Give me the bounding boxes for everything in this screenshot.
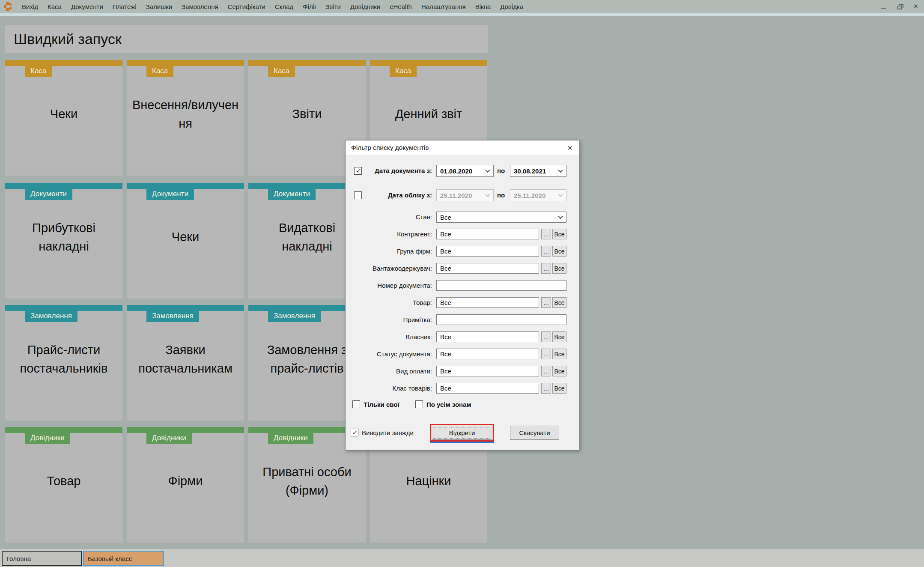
open-button[interactable]: Відкрити (432, 426, 492, 440)
menu-item-warehouse[interactable]: Склад (270, 0, 298, 13)
doc-status-field[interactable]: Все (436, 349, 539, 359)
minimize-icon[interactable] (879, 3, 887, 10)
tile-zam-price-lists[interactable]: Замовлення Прайс-листи постачальників (5, 305, 122, 421)
date-accounting-label: Дата обліку з: (346, 189, 432, 201)
only-own-checkbox[interactable] (352, 400, 360, 408)
doc-status-label: Статус документа: (346, 349, 432, 359)
date-to-word: по (495, 189, 507, 201)
kontragent-browse-button[interactable]: … (541, 229, 551, 239)
tile-dov-firmy[interactable]: Довідники Фірми (127, 427, 244, 543)
tile-kasa-vnesennia[interactable]: Каса Внесення/вилучення (127, 60, 244, 176)
owner-label: Власник: (346, 331, 432, 342)
tile-kasa-cheky[interactable]: Каса Чеки (5, 60, 122, 176)
dialog-close-icon[interactable]: × (564, 142, 575, 153)
kontragent-label: Контрагент: (346, 229, 432, 239)
menu-item-branches[interactable]: Філії (298, 0, 321, 13)
tile-title: Заявки постачальникам (131, 313, 240, 405)
date-accounting-to-combo: 25.11.2020 (510, 189, 566, 201)
tovar-all-button[interactable]: Все (552, 297, 566, 308)
firm-group-label: Група фірм: (346, 246, 432, 257)
dialog-title: Фільтр списку документів (346, 140, 579, 155)
menu-item-orders[interactable]: Замовлення (177, 0, 223, 13)
stan-combo[interactable]: Все (436, 212, 566, 223)
category-bar (5, 427, 122, 433)
tovar-label: Товар: (346, 297, 432, 308)
menu-item-help[interactable]: Довідка (495, 0, 528, 13)
menu-item-windows[interactable]: Вікна (471, 0, 496, 13)
consignee-field[interactable]: Все (436, 263, 539, 274)
goods-class-browse-button[interactable]: … (541, 383, 551, 394)
chevron-down-icon (485, 192, 490, 197)
date-document-from-combo[interactable]: 01.08.2020 (436, 165, 494, 177)
tile-title: Товар (9, 436, 118, 527)
goods-class-field[interactable]: Все (436, 383, 539, 394)
chevron-down-icon (558, 192, 563, 197)
tile-zam-zaiavky[interactable]: Замовлення Заявки постачальникам (127, 305, 244, 421)
payment-type-field[interactable]: Все (436, 366, 539, 376)
consignee-label: Вантажоодержувач: (346, 263, 432, 274)
tovar-browse-button[interactable]: … (541, 297, 551, 308)
doc-status-browse-button[interactable]: … (541, 349, 551, 359)
firm-group-field[interactable]: Все (436, 246, 539, 257)
payment-type-browse-button[interactable]: … (541, 366, 551, 376)
stan-label: Стан: (346, 212, 432, 223)
tile-title: Прибуткові накладні (9, 191, 118, 283)
tile-dov-tovar[interactable]: Довідники Товар (5, 427, 122, 543)
tile-doc-cheky[interactable]: Документи Чеки (127, 183, 244, 298)
tile-title: Чеки (9, 69, 118, 160)
consignee-browse-button[interactable]: … (541, 263, 551, 274)
dialog-divider (346, 419, 579, 419)
payment-type-label: Вид оплати: (346, 366, 432, 376)
date-document-to-combo[interactable]: 30.08.2021 (510, 165, 566, 177)
menu-item-directories[interactable]: Довідники (346, 0, 385, 13)
always-show-checkbox[interactable]: ✓ (351, 429, 358, 436)
tovar-field[interactable]: Все (436, 297, 539, 308)
close-icon[interactable]: × (912, 3, 920, 10)
menu-item-kasa[interactable]: Каса (43, 0, 66, 13)
date-from-value: 25.11.2020 (440, 192, 472, 199)
statusbar-tab-holovna[interactable]: Головна (2, 551, 82, 566)
app-window: Вихід Каса Документи Платежі Залишки Зам… (0, 0, 924, 567)
owner-field[interactable]: Все (436, 331, 539, 342)
kontragent-field[interactable]: Все (436, 229, 539, 239)
category-bar (248, 60, 366, 66)
menu-item-settings[interactable]: Налаштування (417, 0, 471, 13)
cancel-button[interactable]: Скасувати (510, 426, 559, 440)
doc-number-label: Номер документа: (346, 280, 432, 291)
owner-browse-button[interactable]: … (541, 331, 551, 342)
date-accounting-from-combo: 25.11.2020 (436, 189, 494, 201)
category-bar (127, 427, 244, 433)
goods-class-label: Клас товарів: (346, 383, 432, 394)
statusbar-tab-bazovyi-klass[interactable]: Базовый класс (83, 551, 164, 566)
doc-number-field[interactable] (436, 280, 566, 291)
consignee-all-button[interactable]: Все (552, 263, 566, 274)
firm-group-all-button[interactable]: Все (552, 246, 566, 257)
tile-title: Фірми (131, 436, 240, 527)
date-to-value: 25.11.2020 (514, 192, 545, 199)
menu-item-reports[interactable]: Звіти (321, 0, 346, 13)
kontragent-all-button[interactable]: Все (552, 229, 566, 239)
firm-group-browse-button[interactable]: … (541, 246, 551, 257)
menu-item-documents[interactable]: Документи (66, 0, 108, 13)
restore-icon[interactable] (896, 3, 903, 10)
all-zones-checkbox[interactable] (415, 400, 423, 408)
menu-item-certificates[interactable]: Сертифікати (223, 0, 270, 13)
owner-all-button[interactable]: Все (552, 331, 566, 342)
tile-doc-prybutkovi-nakladni[interactable]: Документи Прибуткові накладні (5, 183, 122, 298)
note-field[interactable] (436, 314, 566, 325)
menu-item-payments[interactable]: Платежі (108, 0, 141, 13)
menu-item-exit[interactable]: Вихід (17, 0, 43, 13)
goods-class-all-button[interactable]: Все (552, 383, 566, 394)
payment-type-all-button[interactable]: Все (552, 366, 566, 376)
menu-item-ehealth[interactable]: eHealth (385, 0, 417, 13)
always-show-label: Виводити завжди (362, 426, 414, 440)
chevron-down-icon (558, 168, 563, 173)
date-document-label: Дата документа з: (346, 165, 432, 177)
menu-item-stock[interactable]: Залишки (141, 0, 177, 13)
doc-status-all-button[interactable]: Все (552, 349, 566, 359)
only-own-label: Тільки свої (364, 401, 399, 408)
tile-title: Чеки (131, 191, 240, 283)
date-from-value: 01.08.2020 (440, 167, 472, 175)
status-bar: Головна Базовый класс (0, 549, 924, 567)
category-bar (127, 183, 244, 189)
